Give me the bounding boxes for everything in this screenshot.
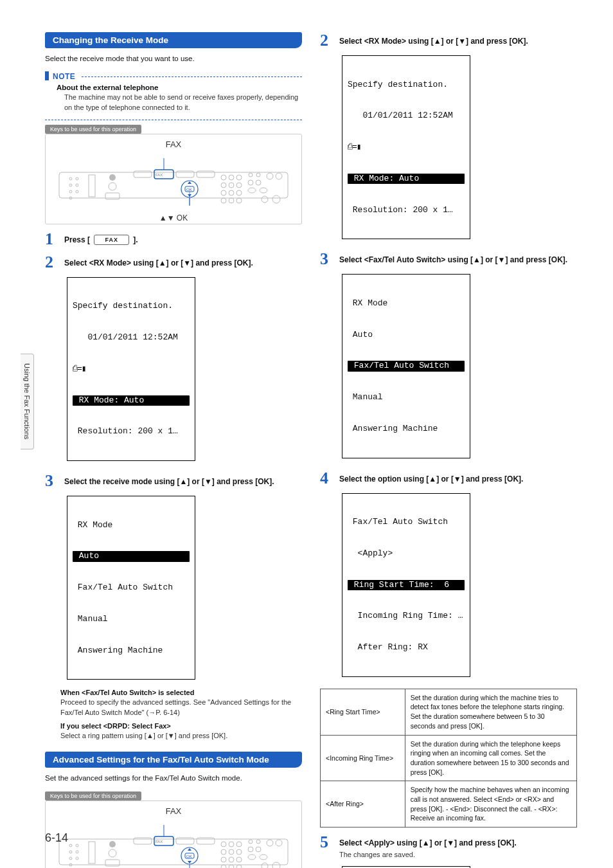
svg-point-37 xyxy=(249,173,253,177)
intro-receive-mode: Select the receive mode that you want to… xyxy=(45,55,302,62)
svg-point-33 xyxy=(236,190,242,195)
lcd-line-inverted: Ring Start Time: 6 xyxy=(348,580,465,590)
svg-point-81 xyxy=(229,865,234,868)
step-text: Select <RX Mode> using [▲] or [▼] and pr… xyxy=(64,254,253,269)
lcd-line-inverted: RX Mode: Auto xyxy=(348,174,465,184)
svg-point-40 xyxy=(256,180,261,185)
opt-key: <Incoming Ring Time> xyxy=(321,735,405,781)
svg-point-89 xyxy=(267,840,273,846)
opt-val: Set the duration during which the teleph… xyxy=(405,735,576,781)
when-title: When <Fax/Tel Auto Switch> is selected xyxy=(60,689,302,696)
svg-point-3 xyxy=(69,184,72,186)
keys-caption-1: Keys to be used for this operation xyxy=(45,125,141,134)
page: Changing the Receive Mode Select the rec… xyxy=(0,0,613,868)
svg-point-4 xyxy=(76,184,78,186)
svg-point-53 xyxy=(76,857,78,860)
lcd-line: Answering Machine xyxy=(73,646,190,656)
step-number: 1 xyxy=(45,231,58,248)
s1-step1: 1 Press [ FAX ]. xyxy=(45,231,302,248)
svg-point-72 xyxy=(229,842,234,847)
svg-text:FAX: FAX xyxy=(155,840,163,844)
lcd-line: Manual xyxy=(348,392,465,402)
step-text: Select <RX Mode> using [▲] or [▼] and pr… xyxy=(339,32,528,47)
svg-point-51 xyxy=(76,851,78,853)
step-number: 2 xyxy=(45,254,58,271)
svg-point-83 xyxy=(249,840,253,844)
lcd-line: Specify destination. xyxy=(73,301,190,311)
control-panel-svg-2: FAX OK xyxy=(52,820,295,868)
svg-point-86 xyxy=(256,847,261,852)
step-number: 5 xyxy=(320,834,333,851)
svg-point-77 xyxy=(221,857,226,862)
opt-val: Set the duration during which the machin… xyxy=(405,689,576,735)
step-text: Press [ FAX ]. xyxy=(64,231,138,246)
note-dash xyxy=(82,77,302,77)
fax-key-button: FAX xyxy=(94,235,129,246)
svg-point-76 xyxy=(236,849,242,854)
svg-point-88 xyxy=(260,854,267,860)
svg-point-82 xyxy=(236,865,242,868)
drpd-title: If you select <DRPD: Select Fax> xyxy=(60,722,302,730)
svg-point-41 xyxy=(248,188,256,193)
left-column: Changing the Receive Mode Select the rec… xyxy=(45,32,302,842)
svg-point-79 xyxy=(236,857,242,862)
svg-point-6 xyxy=(76,190,78,193)
svg-point-87 xyxy=(248,854,256,860)
svg-point-56 xyxy=(109,841,116,847)
book-icon xyxy=(348,142,465,152)
svg-point-27 xyxy=(236,175,242,180)
svg-point-45 xyxy=(262,196,268,203)
svg-point-25 xyxy=(221,175,226,180)
s2-step5: 5 Select <Apply> using [▲] or [▼] and pr… xyxy=(320,834,577,860)
lcd-line: Auto xyxy=(348,330,465,340)
svg-point-39 xyxy=(248,180,253,185)
svg-point-32 xyxy=(229,190,234,195)
s1-step2: 2 Select <RX Mode> using [▲] or [▼] and … xyxy=(45,254,302,271)
svg-point-31 xyxy=(221,190,226,195)
svg-point-1 xyxy=(69,177,72,180)
panel-footer-1: ▲▼ OK xyxy=(52,213,295,222)
svg-text:OK: OK xyxy=(186,188,192,192)
step5-sub: The changes are saved. xyxy=(339,850,517,860)
lcd-rx-mode-2: RX Mode Auto Fax/Tel Auto Switch Manual … xyxy=(342,274,470,458)
opt-val: Specify how the machine behaves when an … xyxy=(405,781,576,827)
svg-point-71 xyxy=(221,842,226,847)
svg-rect-55 xyxy=(89,842,95,863)
svg-point-29 xyxy=(229,183,234,188)
s1-step3: 3 Select the receive mode using [▲] or [… xyxy=(45,473,302,489)
svg-point-44 xyxy=(276,173,282,179)
keys-caption-2: Keys to be used for this operation xyxy=(45,791,141,800)
s2-step4: 4 Select the option using [▲] or [▼] and… xyxy=(320,470,577,487)
lcd-line: Manual xyxy=(73,614,190,624)
opt-key: <Ring Start Time> xyxy=(321,689,405,735)
lcd-line: After Ring: RX xyxy=(348,642,465,653)
when-body: Proceed to specify the advanced settings… xyxy=(60,698,302,718)
step-text: Select the receive mode using [▲] or [▼]… xyxy=(64,473,274,487)
lcd-specify-dest-1: Specify destination. 01/01/2011 12:52AM … xyxy=(67,277,195,461)
svg-point-84 xyxy=(256,840,260,844)
svg-rect-8 xyxy=(89,175,95,197)
step-number: 3 xyxy=(45,473,58,489)
lcd-line-inverted: RX Mode: Auto xyxy=(73,395,190,406)
right-column: 2 Select <RX Mode> using [▲] or [▼] and … xyxy=(320,32,577,842)
heading-receive-mode: Changing the Receive Mode xyxy=(45,32,302,48)
page-number: 6-14 xyxy=(45,831,68,845)
lcd-line: Fax/Tel Auto Switch xyxy=(348,517,465,527)
svg-text:FAX: FAX xyxy=(155,173,163,177)
intro-advanced: Set the advanced settings for the Fax/Te… xyxy=(45,774,302,782)
lcd-line: Fax/Tel Auto Switch xyxy=(73,583,190,593)
svg-point-78 xyxy=(229,857,234,862)
panel-title-1: FAX xyxy=(52,140,295,149)
svg-point-90 xyxy=(276,840,282,846)
lcd-line: 01/01/2011 12:52AM xyxy=(348,111,465,121)
svg-marker-21 xyxy=(188,181,191,184)
svg-point-50 xyxy=(69,851,72,853)
panel-title-2: FAX xyxy=(52,806,295,816)
svg-point-10 xyxy=(109,183,116,190)
table-row: <Incoming Ring Time> Set the duration du… xyxy=(321,735,577,781)
lcd-line: 01/01/2011 12:52AM xyxy=(73,332,190,343)
note-block: NOTE About the external telephone The ma… xyxy=(45,71,302,113)
heading-advanced: Advanced Settings for the Fax/Tel Auto S… xyxy=(45,752,302,768)
svg-point-35 xyxy=(229,198,234,203)
press-label-b: ]. xyxy=(133,235,138,244)
